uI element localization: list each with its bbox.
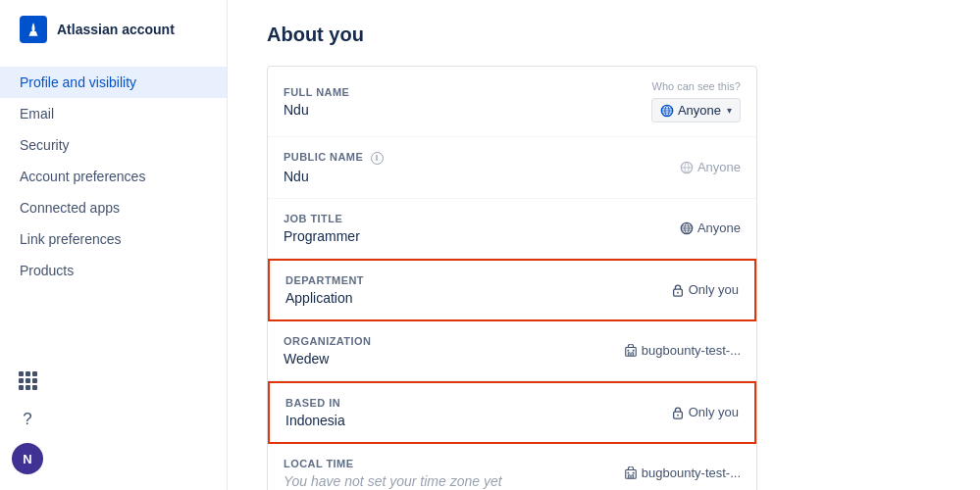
public-name-label: Public name i bbox=[284, 151, 680, 165]
sidebar-item-link-preferences[interactable]: Link preferences bbox=[0, 223, 227, 255]
organization-value: Wedew bbox=[284, 351, 624, 367]
svg-rect-11 bbox=[627, 471, 629, 473]
svg-rect-10 bbox=[626, 469, 637, 478]
local-time-label: Local time bbox=[284, 458, 624, 469]
grid-dots bbox=[19, 371, 37, 390]
job-title-visibility-text: Anyone bbox=[680, 220, 741, 235]
sidebar-item-connected-apps[interactable]: Connected apps bbox=[0, 192, 227, 223]
department-value: Application bbox=[285, 290, 671, 306]
based-in-visibility-label: Only you bbox=[689, 405, 739, 419]
organization-visibility-label: bugbounty-test-... bbox=[642, 343, 741, 358]
atlassian-logo bbox=[20, 16, 47, 43]
based-in-label: Based in bbox=[285, 397, 671, 409]
based-in-visibility-text: Only you bbox=[671, 405, 739, 419]
svg-rect-7 bbox=[633, 349, 635, 351]
job-title-visibility: Anyone bbox=[680, 220, 741, 235]
job-title-label: Job title bbox=[284, 213, 680, 224]
organization-visibility-text: bugbounty-test-... bbox=[624, 343, 741, 358]
local-time-visibility-label: bugbounty-test-... bbox=[642, 466, 741, 480]
svg-rect-5 bbox=[626, 347, 637, 356]
full-name-value: Ndu bbox=[284, 102, 651, 118]
sidebar-brand-title: Atlassian account bbox=[57, 22, 175, 37]
based-in-visibility: Only you bbox=[671, 405, 739, 419]
based-in-value: Indonesia bbox=[285, 413, 671, 428]
field-public-name: Public name i Ndu Anyone bbox=[268, 137, 756, 199]
full-name-visibility-label: Anyone bbox=[678, 103, 721, 118]
department-visibility-label: Only you bbox=[689, 282, 739, 297]
full-name-label: Full name bbox=[284, 86, 651, 98]
organization-label: Organization bbox=[284, 335, 624, 347]
public-name-visibility-label: Anyone bbox=[697, 160, 741, 174]
sidebar-item-email[interactable]: Email bbox=[0, 98, 227, 129]
public-name-visibility-text: Anyone bbox=[680, 160, 741, 174]
job-title-visibility-label: Anyone bbox=[697, 220, 741, 235]
apps-icon[interactable] bbox=[12, 365, 43, 396]
sidebar-item-profile[interactable]: Profile and visibility bbox=[0, 67, 227, 98]
avatar[interactable]: N bbox=[12, 443, 43, 474]
field-based-in: Based in Indonesia Only you bbox=[270, 383, 754, 442]
svg-rect-6 bbox=[627, 349, 629, 351]
organization-visibility: bugbounty-test-... bbox=[624, 343, 741, 358]
field-job-title-left: Job title Programmer bbox=[284, 213, 680, 244]
full-name-visibility-dropdown[interactable]: Anyone ▾ bbox=[651, 98, 741, 122]
main-content: About you Full name Ndu Who can see this… bbox=[228, 0, 980, 490]
field-job-title: Job title Programmer Anyone bbox=[268, 199, 756, 259]
field-full-name: Full name Ndu Who can see this? Anyone ▾ bbox=[268, 67, 756, 137]
field-department: Department Application Only you bbox=[270, 261, 754, 319]
field-local-time: Local time You have not set your time zo… bbox=[268, 444, 756, 490]
full-name-visibility: Who can see this? Anyone ▾ bbox=[651, 80, 741, 122]
field-local-time-left: Local time You have not set your time zo… bbox=[284, 458, 624, 489]
svg-point-4 bbox=[677, 291, 679, 293]
department-label: Department bbox=[285, 274, 671, 286]
field-department-left: Department Application bbox=[285, 274, 671, 306]
field-organization-left: Organization Wedew bbox=[284, 335, 624, 367]
svg-point-9 bbox=[677, 414, 679, 416]
sidebar-item-products[interactable]: Products bbox=[0, 255, 227, 286]
job-title-value: Programmer bbox=[284, 228, 680, 244]
info-icon: i bbox=[371, 152, 384, 165]
sidebar-item-account-preferences[interactable]: Account preferences bbox=[0, 161, 227, 192]
public-name-value: Ndu bbox=[284, 169, 680, 184]
help-icon[interactable]: ? bbox=[12, 404, 43, 435]
sidebar-header: Atlassian account bbox=[0, 0, 227, 59]
field-public-name-left: Public name i Ndu bbox=[284, 151, 680, 184]
sidebar: Atlassian account Profile and visibility… bbox=[0, 0, 228, 490]
department-visibility-text: Only you bbox=[671, 282, 739, 297]
field-based-in-highlighted: Based in Indonesia Only you bbox=[268, 381, 756, 444]
sidebar-bottom: ? N bbox=[0, 365, 227, 474]
about-you-card: Full name Ndu Who can see this? Anyone ▾ bbox=[267, 66, 757, 490]
who-can-see-label: Who can see this? bbox=[652, 80, 742, 92]
public-name-visibility: Anyone bbox=[680, 160, 741, 174]
field-organization: Organization Wedew bugbounty-test-... bbox=[268, 321, 756, 381]
field-based-in-left: Based in Indonesia bbox=[285, 397, 671, 428]
chevron-down-icon: ▾ bbox=[727, 105, 732, 116]
sidebar-item-security[interactable]: Security bbox=[0, 129, 227, 161]
local-time-value: You have not set your time zone yet bbox=[284, 473, 624, 489]
field-department-highlighted: Department Application Only you bbox=[268, 259, 756, 321]
local-time-visibility: bugbounty-test-... bbox=[624, 466, 741, 480]
svg-rect-12 bbox=[633, 471, 635, 473]
field-full-name-left: Full name Ndu bbox=[284, 86, 651, 118]
page-title: About you bbox=[267, 24, 941, 46]
department-visibility: Only you bbox=[671, 282, 739, 297]
local-time-visibility-text: bugbounty-test-... bbox=[624, 466, 741, 480]
